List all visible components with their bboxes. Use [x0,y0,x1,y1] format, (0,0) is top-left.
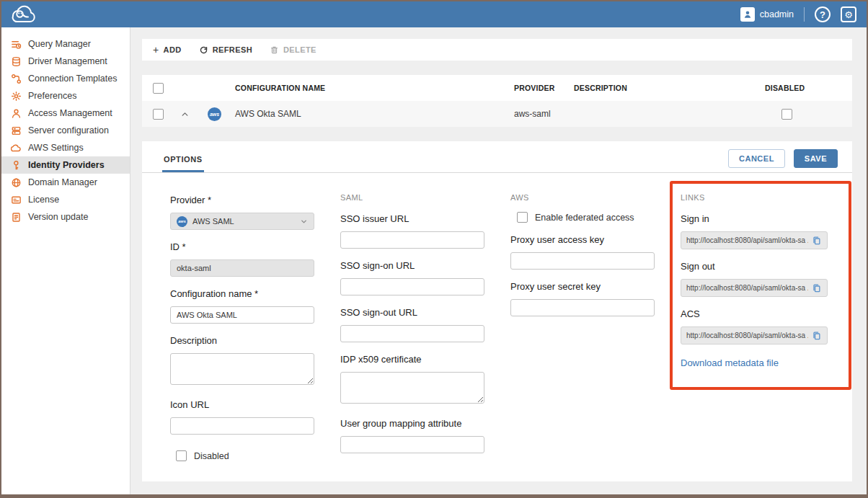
cloudbeaver-logo[interactable] [10,5,37,25]
copy-acs-button[interactable] [812,331,822,341]
disabled-checkbox[interactable] [176,450,187,461]
description-label: Description [170,335,314,346]
sidebar-item-license[interactable]: License [1,191,130,208]
provider-selected-value: AWS SAML [192,217,295,226]
description-field[interactable] [170,353,314,385]
sso-sign-out-url-field[interactable] [340,325,484,342]
id-label: ID * [170,241,314,252]
copy-sign-in-button[interactable] [812,236,822,246]
aws-settings-icon [11,143,22,154]
sidebar-item-connection-templates[interactable]: Connection Templates [1,70,130,87]
row-configuration-name: AWS Okta SAML [235,109,514,119]
sso-sign-out-url-label: SSO sign-out URL [340,307,484,318]
cancel-button[interactable]: CANCEL [728,149,785,168]
query-manager-icon [11,39,22,50]
sidebar-item-label: Server configuration [28,125,109,135]
add-button-label: ADD [164,45,182,54]
sidebar-item-label: Preferences [28,91,76,101]
saml-section-header: SAML [340,193,484,202]
sidebar-item-driver-management[interactable]: Driver Management [1,53,130,70]
delete-button[interactable]: DELETE [270,45,316,55]
disabled-checkbox-label: Disabled [194,451,229,461]
chevron-down-icon [300,218,308,226]
provider-select[interactable]: aws AWS SAML [170,213,314,230]
column-description: DESCRIPTION [574,84,765,92]
sidebar-item-version-update[interactable]: Version update [1,208,130,226]
sidebar-item-label: Domain Manager [28,177,97,187]
federated-access-row: Enable federated access [510,212,655,223]
aws-provider-icon: aws [177,216,187,227]
sidebar-item-label: Connection Templates [28,74,117,84]
tab-options[interactable]: OPTIONS [162,155,204,172]
proxy-user-secret-key-field[interactable] [510,299,655,316]
preferences-icon [11,91,22,102]
topbar-divider [804,7,805,22]
sign-in-label: Sign in [681,213,828,224]
sign-out-label: Sign out [681,261,828,272]
enable-federated-access-label: Enable federated access [535,213,634,223]
sidebar-item-aws-settings[interactable]: AWS Settings [1,139,130,156]
disabled-checkbox-row: Disabled [170,450,314,461]
providers-table: CONFIGURATION NAME PROVIDER DESCRIPTION … [142,75,852,127]
column-configuration-name: CONFIGURATION NAME [235,84,514,92]
sidebar-item-access-management[interactable]: Access Management [1,105,130,122]
user-menu[interactable]: cbadmin [740,7,794,22]
select-all-checkbox[interactable] [153,83,164,94]
sidebar-item-label: Driver Management [28,56,107,66]
proxy-user-secret-key-label: Proxy user secret key [510,281,655,292]
actions-toolbar: + ADD REFRESH DELETE [142,39,852,61]
server-configuration-icon [11,125,22,136]
identity-providers-icon [11,160,22,171]
id-field[interactable] [170,259,314,277]
user-avatar-icon [740,7,755,22]
sso-issuer-url-label: SSO issuer URL [340,213,484,224]
configuration-name-label: Configuration name * [170,288,314,299]
refresh-button[interactable]: REFRESH [199,45,252,55]
add-button[interactable]: + ADD [153,45,182,55]
sign-out-url: http://localhost:8080/api/saml/okta-sa .… [686,284,808,292]
proxy-user-access-key-field[interactable] [510,252,655,270]
sso-issuer-url-field[interactable] [340,231,484,249]
panel-tabbar: OPTIONS CANCEL SAVE [142,141,852,173]
sidebar-item-identity-providers[interactable]: Identity Providers [1,156,130,174]
delete-button-label: DELETE [283,45,316,54]
saml-column: SAML SSO issuer URL SSO sign-on URL SSO … [340,190,484,461]
links-column: LINKS Sign in http://localhost:8080/api/… [681,190,828,461]
sign-in-url-box: http://localhost:8080/api/saml/okta-sa .… [681,231,828,249]
top-bar: cbadmin ? ⚙ [1,1,867,27]
configuration-name-field[interactable] [170,306,314,324]
sidebar-item-label: Access Management [28,108,112,118]
download-metadata-link[interactable]: Download metadata file [681,357,779,368]
domain-manager-icon [11,177,22,188]
user-group-mapping-label: User group mapping attribute [340,418,484,429]
trash-icon [270,45,279,55]
refresh-button-label: REFRESH [213,45,252,54]
main-content: + ADD REFRESH DELETE CONFIGUR [130,27,867,494]
aws-section-header: AWS [510,193,655,202]
sidebar-item-server-configuration[interactable]: Server configuration [1,122,130,139]
sidebar-item-query-manager[interactable]: Query Manager [1,35,130,53]
icon-url-field[interactable] [170,417,314,435]
row-disabled-checkbox[interactable] [781,109,792,120]
provider-options-panel: OPTIONS CANCEL SAVE Provider * aws AWS S… [142,141,852,481]
column-disabled: DISABLED [765,84,852,92]
row-checkbox[interactable] [153,109,164,120]
sso-sign-on-url-field[interactable] [340,278,484,295]
help-icon[interactable]: ? [815,6,831,22]
copy-sign-out-button[interactable] [812,283,822,293]
acs-url-box: http://localhost:8080/api/saml/okta-sa .… [681,326,828,344]
collapse-row-button[interactable] [171,110,198,119]
idp-x509-certificate-field[interactable] [340,372,484,404]
copy-icon [812,331,822,341]
settings-gear-icon[interactable]: ⚙ [841,6,856,22]
general-column: Provider * aws AWS SAML ID * Configurati… [170,190,314,461]
user-group-mapping-field[interactable] [340,436,484,453]
save-button[interactable]: SAVE [794,149,838,168]
sidebar-item-preferences[interactable]: Preferences [1,87,130,105]
sidebar-item-domain-manager[interactable]: Domain Manager [1,174,130,191]
icon-url-label: Icon URL [170,399,314,410]
user-name: cbadmin [760,9,794,19]
table-row[interactable]: aws AWS Okta SAML aws-saml [142,101,852,127]
enable-federated-access-checkbox[interactable] [517,212,528,223]
admin-sidebar: Query Manager Driver Management Connecti… [1,27,130,494]
